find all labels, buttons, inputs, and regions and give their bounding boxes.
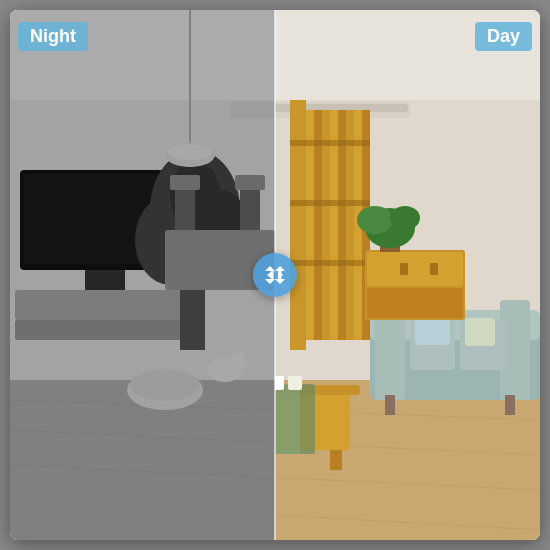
night-label-text: Night bbox=[30, 26, 76, 46]
svg-rect-19 bbox=[290, 140, 370, 146]
svg-rect-21 bbox=[290, 260, 370, 266]
slider-handle[interactable] bbox=[253, 253, 297, 297]
svg-rect-10 bbox=[290, 100, 306, 350]
svg-rect-77 bbox=[170, 175, 200, 190]
day-label: Day bbox=[475, 22, 532, 51]
svg-rect-50 bbox=[288, 376, 302, 390]
svg-point-40 bbox=[390, 206, 420, 230]
svg-point-80 bbox=[227, 355, 247, 371]
svg-rect-20 bbox=[290, 200, 370, 206]
svg-rect-65 bbox=[15, 320, 195, 340]
svg-marker-86 bbox=[267, 271, 272, 279]
svg-rect-29 bbox=[465, 318, 495, 346]
svg-rect-75 bbox=[175, 185, 195, 230]
night-label: Night bbox=[18, 22, 88, 51]
svg-rect-31 bbox=[505, 395, 515, 415]
night-scene bbox=[10, 10, 275, 540]
day-label-text: Day bbox=[487, 26, 520, 46]
svg-rect-76 bbox=[240, 185, 260, 230]
svg-rect-36 bbox=[430, 263, 438, 275]
svg-rect-64 bbox=[15, 290, 195, 320]
svg-rect-30 bbox=[385, 395, 395, 415]
svg-point-84 bbox=[130, 369, 200, 401]
svg-point-39 bbox=[357, 206, 393, 234]
svg-rect-85 bbox=[230, 102, 275, 118]
svg-rect-78 bbox=[235, 175, 265, 190]
comparison-container: Night Day bbox=[10, 10, 540, 540]
svg-rect-33 bbox=[367, 252, 463, 286]
svg-rect-63 bbox=[85, 270, 125, 290]
svg-rect-34 bbox=[367, 288, 463, 318]
svg-rect-35 bbox=[400, 263, 408, 275]
svg-rect-52 bbox=[330, 450, 342, 470]
slider-arrows-icon bbox=[263, 263, 287, 287]
svg-point-73 bbox=[168, 144, 212, 160]
